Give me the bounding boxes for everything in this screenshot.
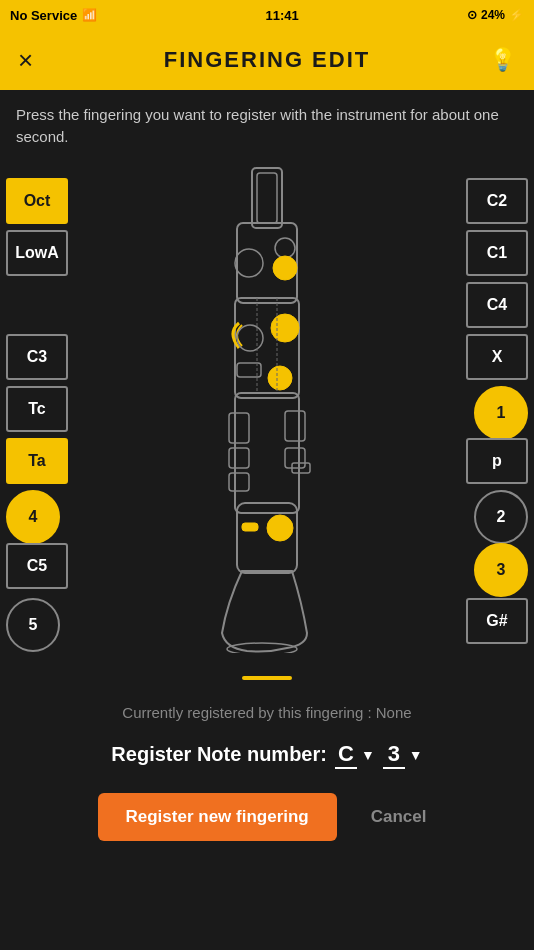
key-c4[interactable]: C4	[466, 282, 528, 328]
svg-point-3	[235, 249, 263, 277]
svg-point-8	[271, 314, 299, 342]
svg-point-10	[268, 366, 292, 390]
key-p[interactable]: p	[466, 438, 528, 484]
page-title: FINGERING EDIT	[164, 47, 370, 73]
key-3[interactable]: 3	[474, 543, 528, 597]
note-dropdown-arrow[interactable]: ▼	[361, 747, 375, 763]
instruction-text: Press the fingering you want to register…	[0, 90, 534, 158]
svg-point-4	[275, 238, 295, 258]
octave-value[interactable]: 3	[383, 741, 405, 769]
octave-selector[interactable]: 3 ▼	[383, 741, 423, 769]
registered-status: Currently registered by this fingering :…	[20, 704, 514, 721]
bulb-button[interactable]: 💡	[489, 47, 516, 73]
key-c3[interactable]: C3	[6, 334, 68, 380]
register-row: Register Note number: C ▼ 3 ▼	[20, 741, 514, 769]
cancel-button[interactable]: Cancel	[361, 793, 437, 841]
key-oct[interactable]: Oct	[6, 178, 68, 224]
key-x[interactable]: X	[466, 334, 528, 380]
status-right: ⊙ 24% ⚡	[467, 8, 524, 22]
svg-point-5	[273, 256, 297, 280]
svg-rect-14	[229, 473, 249, 491]
header: × FINGERING EDIT 💡	[0, 30, 534, 90]
status-bar: No Service 📶 11:41 ⊙ 24% ⚡	[0, 0, 534, 30]
time-display: 11:41	[265, 8, 298, 23]
battery-icon: ⊙	[467, 8, 477, 22]
svg-rect-18	[242, 523, 258, 531]
svg-rect-16	[285, 448, 305, 468]
key-2[interactable]: 2	[474, 490, 528, 544]
wifi-icon: 📶	[82, 8, 97, 22]
carrier-text: No Service	[10, 8, 77, 23]
svg-rect-13	[229, 448, 249, 468]
fingering-area: Oct LowA C3 Tc Ta 4 C5 5 C2 C1 C4 X 1 p …	[0, 158, 534, 668]
charging-icon: ⚡	[509, 8, 524, 22]
note-value[interactable]: C	[335, 741, 357, 769]
key-5[interactable]: 5	[6, 598, 60, 652]
key-gs[interactable]: G#	[466, 598, 528, 644]
svg-rect-1	[257, 173, 277, 223]
note-selector[interactable]: C ▼	[335, 741, 375, 769]
bottom-section: Currently registered by this fingering :…	[0, 688, 534, 861]
key-tc[interactable]: Tc	[6, 386, 68, 432]
key-c1[interactable]: C1	[466, 230, 528, 276]
close-button[interactable]: ×	[18, 45, 33, 76]
register-label: Register Note number:	[111, 743, 327, 766]
key-lowa[interactable]: LowA	[6, 230, 68, 276]
saxophone-diagram	[167, 163, 367, 653]
scroll-indicator	[0, 668, 534, 688]
status-left: No Service 📶	[10, 8, 97, 23]
key-c5[interactable]: C5	[6, 543, 68, 589]
key-4[interactable]: 4	[6, 490, 60, 544]
svg-rect-15	[285, 411, 305, 441]
key-1[interactable]: 1	[474, 386, 528, 440]
button-row: Register new fingering Cancel	[20, 793, 514, 841]
scroll-bar	[242, 676, 292, 680]
svg-point-7	[237, 325, 263, 351]
svg-point-19	[267, 515, 293, 541]
register-new-fingering-button[interactable]: Register new fingering	[98, 793, 337, 841]
octave-dropdown-arrow[interactable]: ▼	[409, 747, 423, 763]
key-ta[interactable]: Ta	[6, 438, 68, 484]
svg-rect-12	[229, 413, 249, 443]
key-c2[interactable]: C2	[466, 178, 528, 224]
battery-text: 24%	[481, 8, 505, 22]
